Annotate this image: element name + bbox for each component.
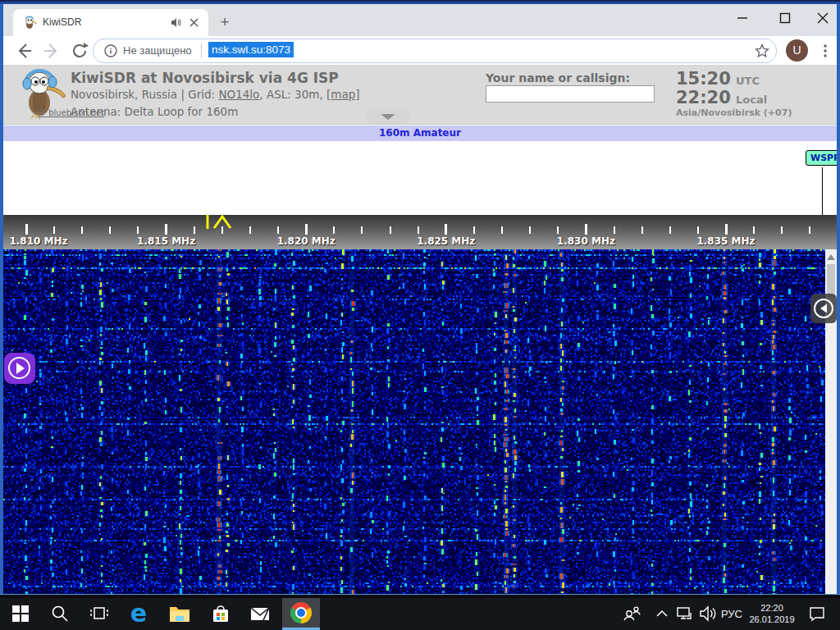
map-link[interactable]: map (331, 88, 355, 101)
taskbar-search-button[interactable] (41, 597, 79, 630)
minor-tick (333, 226, 335, 234)
scale-label: 1.815 MHz (130, 235, 203, 247)
window-minimize-button[interactable] (730, 9, 755, 27)
mail-button[interactable] (241, 597, 279, 630)
arrow-left-circle-icon (810, 294, 837, 323)
minor-tick (809, 226, 810, 234)
browser-tab[interactable]: KiwiSDR (13, 9, 208, 36)
scale-label: 1.825 MHz (409, 235, 483, 247)
wspr-band-edge-line (822, 167, 823, 215)
minor-tick (81, 226, 83, 234)
network-icon (676, 605, 694, 622)
utc-label: UTC (736, 75, 760, 87)
url-text[interactable]: nsk.swl.su:8073 (208, 42, 294, 57)
band-label[interactable]: 160m Amateur (379, 127, 461, 139)
major-tick (725, 224, 728, 235)
store-icon (212, 605, 230, 623)
timezone-label: Asia/Novosibirsk (+07) (676, 107, 792, 118)
tab-title: KiwiSDR (43, 16, 81, 28)
minor-tick (473, 226, 475, 234)
minor-tick (361, 226, 363, 234)
minor-tick (641, 226, 643, 234)
tab-close-icon[interactable] (189, 17, 199, 28)
network-button[interactable] (673, 597, 697, 630)
band-labels-area: WSPR (3, 141, 837, 215)
mail-icon (250, 606, 270, 622)
new-tab-button[interactable]: + (215, 12, 235, 32)
notification-icon (808, 605, 826, 622)
sdr-header: © bluebison.net KiwiSDR at Novosibirsk v… (3, 66, 837, 125)
chrome-icon (290, 602, 312, 623)
passband-marker[interactable] (3, 215, 837, 231)
waterfall-canvas[interactable] (3, 249, 837, 594)
callsign-label: Your name or callsign: (486, 71, 630, 84)
page-info-icon[interactable] (104, 44, 117, 57)
minor-tick (277, 226, 279, 234)
scale-label: 1.835 MHz (689, 235, 763, 247)
window-border-bottom (0, 594, 840, 598)
browser-menu-icon[interactable] (819, 40, 832, 62)
reload-icon[interactable] (69, 40, 90, 62)
asl-text: , ASL: 30m, [ (259, 88, 331, 101)
minor-tick (137, 226, 139, 234)
back-icon[interactable] (13, 40, 34, 62)
window-close-button[interactable] (810, 9, 835, 27)
scale-label: 1.830 MHz (549, 235, 623, 247)
control-panel-toggle[interactable] (810, 294, 837, 323)
edge-icon: e (130, 601, 147, 626)
minor-tick (53, 226, 55, 234)
minor-tick (669, 226, 671, 234)
screen: KiwiSDR + (0, 0, 840, 630)
file-explorer-button[interactable] (161, 597, 199, 630)
browser-toolbar: Не защищено nsk.swl.su:8073 U (3, 36, 837, 66)
window-border-right (837, 4, 840, 594)
minor-tick (418, 226, 419, 234)
frequency-scale[interactable]: 1.810 MHz1.815 MHz1.820 MHz1.825 MHz1.83… (3, 215, 837, 249)
language-indicator[interactable]: РУС (715, 597, 748, 630)
band-bar[interactable]: 160m Amateur (3, 126, 837, 141)
profile-avatar[interactable]: U (786, 39, 808, 62)
action-center-button[interactable] (801, 597, 833, 630)
bookmark-star-icon[interactable] (755, 43, 769, 58)
scale-label: 1.810 MHz (3, 235, 75, 247)
minor-tick (753, 226, 755, 234)
avatar-letter: U (792, 43, 801, 57)
wspr-band-label[interactable]: WSPR (806, 150, 840, 166)
chevron-up-icon (656, 609, 668, 618)
address-bar[interactable]: Не защищено nsk.swl.su:8073 (93, 39, 777, 63)
minor-tick (221, 226, 223, 234)
people-icon (622, 605, 641, 623)
sdr-title: KiwiSDR at Novosibirsk via 4G ISP (71, 70, 339, 86)
windows-logo-icon (12, 605, 29, 622)
minor-tick (390, 226, 391, 234)
task-view-button[interactable] (80, 597, 118, 630)
store-button[interactable] (202, 597, 240, 630)
grid-link[interactable]: NO14lo (218, 88, 259, 101)
window-maximize-button[interactable] (773, 9, 797, 27)
start-button[interactable] (2, 597, 39, 630)
major-tick (305, 224, 308, 235)
scrollbar-thumb[interactable] (827, 264, 835, 297)
minor-tick (557, 226, 559, 234)
play-triangle-icon (15, 362, 26, 375)
callsign-input[interactable] (486, 85, 655, 103)
forward-icon[interactable] (41, 40, 62, 62)
major-tick (165, 224, 167, 235)
scroll-up-icon[interactable] (825, 252, 837, 263)
location-text: Novosibirsk, Russia | Grid: (71, 88, 218, 101)
chrome-button[interactable] (282, 597, 320, 630)
clock-tray[interactable]: 22:20 26.01.2019 (745, 597, 799, 630)
audio-start-button[interactable] (4, 353, 35, 384)
scale-label: 1.820 MHz (269, 235, 343, 247)
major-tick (25, 224, 28, 235)
tab-audio-icon[interactable] (171, 17, 182, 28)
waterfall[interactable] (3, 249, 837, 594)
tray-overflow-button[interactable] (650, 597, 674, 630)
local-time: 22:20 (676, 88, 731, 107)
edge-button[interactable]: e (120, 597, 158, 630)
header-collapse-button[interactable] (367, 109, 409, 124)
security-label[interactable]: Не защищено (123, 44, 192, 57)
task-view-icon (89, 605, 109, 623)
sdr-antenna-line: Antenna: Delta Loop for 160m (71, 105, 238, 118)
people-button[interactable] (617, 597, 646, 630)
